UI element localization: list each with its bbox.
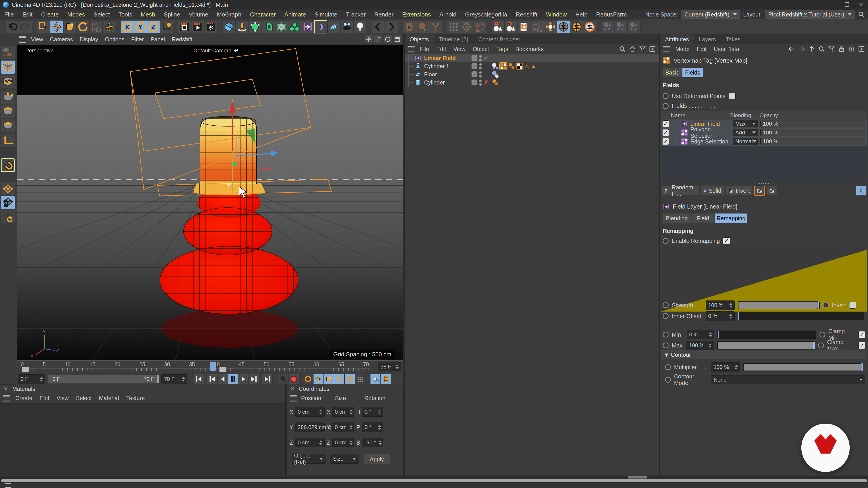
animation-dot[interactable]	[818, 343, 824, 348]
goto-start-button[interactable]	[193, 374, 204, 384]
add-folder-button[interactable]	[754, 186, 765, 196]
menu-item-mode[interactable]: Mode	[672, 46, 693, 53]
add-deformer-menu[interactable]	[275, 20, 288, 33]
blending-dropdown[interactable]: Normal	[733, 138, 758, 145]
phong-tag-icon[interactable]	[492, 63, 499, 70]
menu-item-modes[interactable]: Modes	[63, 11, 89, 18]
viewport-menu-icon[interactable]	[19, 36, 26, 43]
enable-remapping-checkbox[interactable]: ✓	[723, 237, 730, 244]
tab-fields[interactable]: Fields	[682, 68, 703, 77]
next-key-button[interactable]	[249, 374, 259, 384]
menu-item-simulate[interactable]: Simulate	[310, 11, 342, 18]
item-redshift[interactable]: Redshift	[168, 36, 196, 43]
menu-item-content-browser[interactable]: Content Browser	[473, 34, 525, 44]
menu-item-edit[interactable]: Edit	[693, 46, 710, 53]
menu-item-file[interactable]: File	[0, 11, 18, 18]
zoom-view-button[interactable]	[374, 35, 382, 43]
strength-field[interactable]: 100 %	[706, 300, 735, 310]
menu-item-file[interactable]: File	[416, 46, 433, 53]
add-subdivision-surface-menu[interactable]	[249, 20, 262, 33]
weight-add-tool[interactable]	[504, 20, 518, 33]
simulation-group-3[interactable]	[627, 20, 641, 33]
fields-list-empty[interactable]	[661, 146, 867, 182]
previous-frame-button[interactable]	[217, 374, 228, 384]
vertex-cluster-tool[interactable]	[460, 20, 473, 33]
coordinate-mode-dropdown[interactable]: Object (Rel)	[291, 454, 326, 464]
mini-timeline-button[interactable]	[381, 374, 391, 384]
contour-section-header[interactable]: ▼ Contour	[661, 350, 867, 359]
edges-mode-button[interactable]	[1, 105, 15, 118]
animation-dot[interactable]	[819, 332, 825, 337]
enable-axis-button[interactable]	[1, 134, 15, 147]
snap-toggle-button[interactable]	[1, 159, 15, 172]
tab-field[interactable]: Field	[691, 213, 715, 223]
menu-item-rebusfarm[interactable]: RebusFarm	[592, 11, 631, 18]
filter-icon[interactable]	[828, 46, 835, 53]
position-z-field[interactable]: 0 cm	[295, 438, 324, 447]
layout-search-icon[interactable]	[858, 11, 865, 18]
item-view[interactable]: View	[53, 395, 72, 401]
animation-dot[interactable]	[663, 332, 669, 337]
point-grid-tool[interactable]	[447, 20, 460, 33]
simulation-group-1[interactable]	[601, 20, 614, 33]
size-mode-dropdown[interactable]: Size	[331, 454, 359, 464]
vertex-map-tags-icon[interactable]	[492, 79, 499, 86]
menu-item-objects[interactable]: Objects	[405, 34, 434, 44]
object-row-floor[interactable]: Floor	[405, 70, 659, 78]
menu-item-user-data[interactable]: User Data	[710, 46, 743, 53]
status-menu-icon[interactable]	[5, 483, 11, 488]
item-display[interactable]: Display	[76, 36, 101, 43]
redo-button[interactable]	[19, 20, 32, 33]
animation-dot[interactable]	[663, 313, 669, 319]
visibility-dots[interactable]	[479, 63, 482, 69]
object-row-cylinder[interactable]: Cylinder ✗	[405, 78, 659, 87]
autokey-record-button[interactable]	[288, 374, 299, 384]
playhead-marker[interactable]	[210, 361, 216, 371]
maximize-button[interactable]: ❐	[840, 0, 854, 9]
animation-dot[interactable]	[665, 364, 671, 370]
add-field-menu[interactable]	[314, 20, 327, 33]
search-icon[interactable]	[818, 46, 825, 53]
close-icon[interactable]: ✕	[4, 386, 8, 392]
live-selection-tool[interactable]	[37, 20, 50, 33]
field-row-edge-selection[interactable]: ✓ Edge Selection Normal 100 %	[661, 137, 867, 146]
record-key-button[interactable]	[278, 374, 288, 384]
lock-icon[interactable]	[838, 46, 845, 53]
field-enabled-checkbox[interactable]: ✓	[662, 129, 669, 136]
min-field[interactable]: 0 %	[687, 330, 714, 339]
key-parameter-toggle[interactable]: P	[344, 374, 355, 384]
polygon-selection-tag-icon[interactable]: △	[524, 63, 529, 70]
animation-dot[interactable]	[665, 377, 671, 383]
add-linear-field-menu[interactable]	[301, 20, 314, 33]
coordinates-menu-icon[interactable]	[290, 395, 297, 401]
tab-remapping[interactable]: Remapping	[715, 213, 747, 223]
materials-list-empty[interactable]	[0, 403, 285, 475]
selection-tag-icon[interactable]	[516, 63, 523, 70]
last-used-tool-move[interactable]	[103, 20, 116, 33]
pan-view-button[interactable]	[365, 35, 373, 43]
polygon-reduction-tool[interactable]	[416, 20, 429, 33]
menu-item-character[interactable]: Character	[246, 11, 280, 18]
strength-slider[interactable]	[738, 301, 819, 309]
sculpt-orange-tool[interactable]	[570, 20, 583, 33]
node-space-select[interactable]: Current (Redshift)	[681, 10, 740, 19]
triangulate-tool[interactable]	[473, 20, 487, 33]
menu-item-tracker[interactable]: Tracker	[342, 11, 370, 18]
nav-forward-button[interactable]	[385, 20, 398, 33]
add-invert-layer-button[interactable]: Invert	[725, 186, 753, 196]
materials-menu-icon[interactable]	[3, 395, 10, 401]
previous-key-button[interactable]	[207, 374, 217, 384]
weight-spread-tool[interactable]	[544, 20, 557, 33]
texture-mode-button[interactable]	[1, 75, 15, 88]
inner-offset-slider[interactable]	[738, 312, 864, 320]
weight-transform-tool[interactable]	[518, 20, 531, 33]
history-forward-icon[interactable]	[798, 46, 805, 53]
rotate-view-button[interactable]	[383, 35, 392, 43]
menu-item-tools[interactable]: Tools	[114, 11, 136, 18]
render-view-button[interactable]	[178, 20, 191, 33]
opacity-field[interactable]: 100 %	[761, 138, 865, 145]
clamp-min-checkbox[interactable]: ✓	[859, 331, 865, 338]
menu-item-mograph[interactable]: MoGraph	[213, 11, 246, 18]
min-slider[interactable]	[717, 330, 816, 339]
menu-item-takes[interactable]: Takes	[721, 34, 745, 44]
